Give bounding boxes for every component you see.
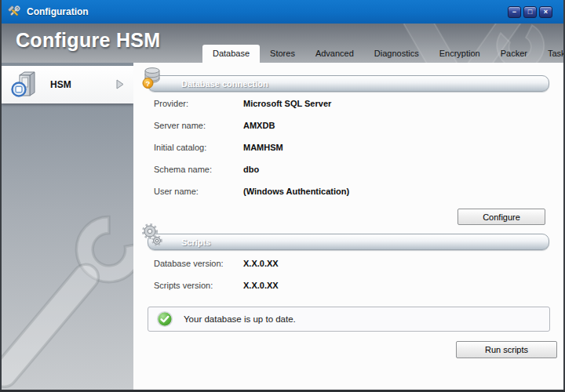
field-label: Scripts version: — [154, 281, 213, 290]
scripts-header: Scripts — [148, 234, 549, 250]
database-help-icon: ? — [141, 64, 163, 89]
question-badge: ? — [146, 79, 151, 88]
sidebar: HSM — [0, 63, 133, 392]
configure-button[interactable]: Configure — [457, 209, 545, 225]
gears-icon — [141, 223, 163, 246]
section-title: Scripts — [181, 238, 210, 247]
field-value: AMXDB — [243, 121, 275, 130]
field-label: Database version: — [154, 259, 224, 268]
titlebar: Configuration − □ × — [0, 0, 565, 24]
hsm-server-icon — [9, 68, 42, 101]
body: HSM ? — [0, 63, 565, 392]
check-circle-icon — [156, 310, 173, 328]
tab-advanced[interactable]: Advanced — [305, 45, 364, 63]
tab-tasks[interactable]: Tasks — [538, 45, 565, 63]
window-title: Configuration — [27, 6, 89, 17]
field-row-user-name: User name: (Windows Authentication) — [154, 187, 530, 196]
maximize-button[interactable]: □ — [523, 6, 537, 18]
field-row-provider: Provider: Microsoft SQL Server — [154, 99, 530, 108]
field-value: X.X.0.XX — [243, 259, 279, 268]
field-value: MAMHSM — [243, 143, 283, 152]
field-row-database-version: Database version: X.X.0.XX — [154, 259, 530, 268]
field-value: dbo — [243, 165, 259, 174]
chevron-right-icon — [116, 79, 124, 89]
run-scripts-button[interactable]: Run scripts — [456, 341, 557, 358]
field-label: Server name: — [154, 121, 206, 130]
tab-diagnostics[interactable]: Diagnostics — [364, 45, 429, 63]
tools-icon — [7, 5, 21, 19]
field-row-schema-name: Schema name: dbo — [154, 165, 530, 174]
sidebar-item-hsm[interactable]: HSM — [2, 66, 133, 103]
tab-stores[interactable]: Stores — [260, 45, 305, 63]
minimize-icon: − — [512, 8, 516, 16]
page-title: Configure HSM — [16, 29, 160, 52]
field-row-server-name: Server name: AMXDB — [154, 121, 530, 130]
field-value: X.X.0.XX — [243, 281, 279, 290]
tab-encryption[interactable]: Encryption — [429, 45, 490, 63]
tab-packer[interactable]: Packer — [490, 45, 538, 63]
page-header: Configure HSM Database Stores Advanced D… — [0, 24, 565, 63]
window-controls: − □ × — [508, 6, 552, 18]
database-connection-header: Database connection — [148, 75, 549, 92]
field-label: Schema name: — [154, 165, 212, 174]
minimize-button[interactable]: − — [508, 6, 521, 18]
tab-database[interactable]: Database — [202, 45, 260, 63]
tab-bar: Database Stores Advanced Diagnostics Enc… — [202, 45, 565, 63]
field-label: Initial catalog: — [154, 143, 206, 152]
maximize-icon: □ — [528, 8, 532, 16]
field-row-scripts-version: Scripts version: X.X.0.XX — [154, 281, 530, 290]
field-value: (Windows Authentication) — [243, 187, 349, 196]
section-title: Database connection — [181, 79, 268, 89]
field-value: Microsoft SQL Server — [243, 99, 331, 108]
window-border-left — [0, 0, 2, 392]
close-icon: × — [544, 8, 548, 16]
field-label: Provider: — [154, 99, 188, 108]
field-row-initial-catalog: Initial catalog: MAMHSM — [154, 143, 530, 152]
sidebar-item-label: HSM — [50, 79, 71, 90]
close-button[interactable]: × — [539, 6, 552, 18]
wrench-watermark-icon — [0, 180, 133, 392]
status-message: Your database is up to date. — [184, 314, 296, 324]
field-label: User name: — [154, 187, 199, 196]
main-panel: ? Database connection Provider: Microsof… — [133, 63, 565, 392]
status-box: Your database is up to date. — [148, 307, 550, 332]
configuration-window: Configuration − □ × Configure HSM Databa… — [0, 0, 565, 392]
